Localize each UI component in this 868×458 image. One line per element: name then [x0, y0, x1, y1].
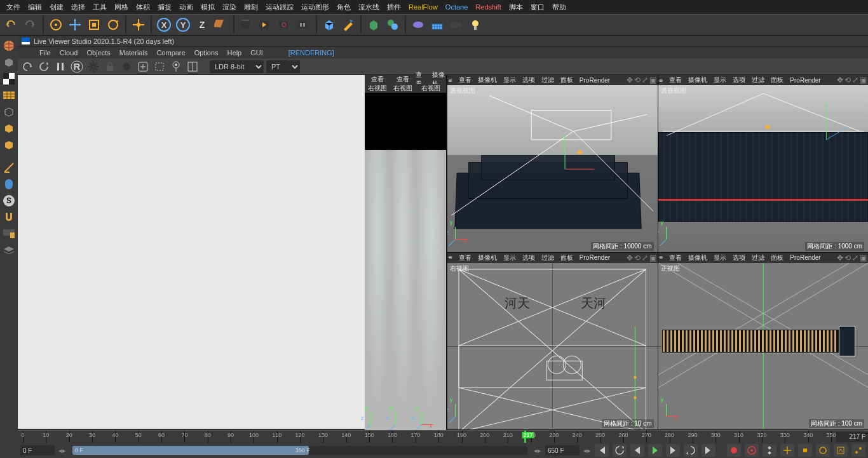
subdivision-button[interactable] — [365, 16, 383, 34]
vp-menu-view[interactable]: 查看 — [459, 76, 471, 84]
layers-icon[interactable] — [1, 243, 17, 258]
region-icon[interactable] — [153, 60, 166, 74]
pause-icon[interactable] — [53, 60, 67, 74]
cube-icon[interactable] — [1, 55, 17, 70]
menu-plugins[interactable]: 插件 — [383, 3, 405, 12]
cloner-button[interactable] — [384, 16, 402, 34]
prev-frame-button[interactable] — [630, 444, 644, 457]
menu-character[interactable]: 角色 — [333, 3, 355, 12]
vp-menu-filter[interactable]: 过滤 — [541, 76, 554, 84]
coord-sys-button[interactable] — [212, 16, 230, 34]
vp-m[interactable]: 查看 — [669, 76, 682, 84]
vp-m[interactable]: 面板 — [560, 253, 573, 262]
vp-nav-icon[interactable]: ✥ — [627, 253, 633, 262]
light-button[interactable] — [466, 16, 484, 34]
loop-back-button[interactable] — [613, 444, 627, 457]
end-frame-input[interactable]: 650 F — [545, 445, 580, 455]
vp-m[interactable]: ProRender — [790, 254, 820, 261]
vp-nav-icon[interactable]: ✥ — [627, 76, 633, 84]
keyset-button[interactable] — [763, 444, 776, 457]
bend-button[interactable] — [409, 16, 427, 34]
move-tool[interactable] — [66, 16, 84, 34]
render-pv-button[interactable] — [238, 16, 255, 34]
menu-file[interactable]: 文件 — [3, 3, 24, 12]
undo-button[interactable] — [3, 16, 20, 34]
viewport-top-right[interactable]: ≡ 查看 摄像机 显示 选项 过滤 面板 ProRender ✥⟲⤢▣ 透视视图 — [658, 75, 869, 253]
reset-icon[interactable]: R — [70, 60, 84, 74]
menu-pipeline[interactable]: 流水线 — [355, 3, 383, 12]
vp-btn[interactable]: ≡ — [660, 77, 663, 84]
submenu-options[interactable]: Options — [194, 49, 219, 57]
vp-nav-icon[interactable]: ▣ — [649, 253, 656, 262]
menu-snap[interactable]: 捕捉 — [154, 3, 175, 12]
pen-tool-button[interactable] — [339, 16, 357, 34]
thumb-col-1[interactable]: 查看 右视图 yz — [365, 75, 390, 430]
autokey-button[interactable] — [745, 444, 759, 457]
render-settings-button[interactable] — [276, 16, 294, 34]
menu-sculpt[interactable]: 雕刻 — [240, 3, 262, 12]
vp-nav-icon[interactable]: ✥ — [837, 76, 843, 84]
menu-edit[interactable]: 编辑 — [24, 3, 46, 12]
scale-key-button[interactable] — [798, 444, 812, 457]
vp-m[interactable]: 选项 — [733, 76, 745, 84]
vp-m[interactable]: 查看 — [669, 253, 682, 262]
goto-end-button[interactable] — [702, 444, 715, 457]
vp-menu-panel[interactable]: 面板 — [560, 76, 573, 84]
menu-window[interactable]: 窗口 — [527, 3, 548, 12]
rot-key-button[interactable] — [816, 444, 830, 457]
gear-icon[interactable] — [86, 60, 100, 74]
submenu-objects[interactable]: Objects — [86, 49, 110, 57]
pla-key-button[interactable] — [851, 444, 865, 457]
vp-m[interactable]: 过滤 — [752, 76, 764, 84]
menu-select[interactable]: 选择 — [67, 3, 89, 12]
vp-m[interactable]: 摄像机 — [688, 76, 707, 84]
mouse-icon[interactable] — [1, 177, 17, 192]
record-button[interactable] — [727, 444, 741, 457]
vp-m[interactable]: 显示 — [714, 253, 726, 262]
z-axis-button[interactable]: Z — [193, 16, 211, 34]
solid-cube-icon[interactable] — [1, 121, 17, 136]
redo-button[interactable] — [22, 16, 39, 34]
thumb-col-3[interactable]: 查看 摄像机 右视图 yxz — [416, 75, 446, 430]
vp-nav-icon[interactable]: ▣ — [649, 76, 656, 84]
timeline[interactable]: 0102030405060708090100110120130140150160… — [18, 430, 868, 443]
back-icon[interactable] — [20, 60, 34, 74]
submenu-cloud[interactable]: Cloud — [60, 49, 78, 57]
menu-mograph[interactable]: 运动图形 — [297, 3, 333, 12]
scale-tool[interactable] — [85, 16, 103, 34]
vp-m[interactable]: ProRender — [580, 254, 610, 261]
engine-select[interactable]: PT — [266, 60, 300, 73]
y-axis-button[interactable]: Y — [174, 16, 192, 34]
select-tool[interactable] — [47, 16, 65, 34]
viewport-top-left[interactable]: ≡ 查看 摄像机 显示 选项 过滤 面板 ProRender ✥⟲⤢▣ 透视视图 — [447, 75, 658, 253]
vp-m[interactable]: 过滤 — [752, 253, 764, 262]
render-queue-button[interactable] — [295, 16, 313, 34]
viewport-bottom-right[interactable]: ≡ 查看 摄像机 显示 选项 过滤 面板 ProRender ✥⟲⤢▣ 正视图 — [658, 253, 869, 431]
vp-menu-pro[interactable]: ProRender — [580, 77, 610, 84]
vp-m[interactable]: 显示 — [503, 253, 516, 262]
menu-realflow[interactable]: RealFlow — [405, 3, 442, 11]
menu-create[interactable]: 创建 — [46, 3, 67, 12]
vp-nav-icon[interactable]: ⤢ — [642, 76, 648, 84]
thumb-menu-view2[interactable]: 查看 — [397, 75, 409, 84]
range-slider[interactable]: 0 F 350 F — [72, 446, 527, 455]
menu-help[interactable]: 帮助 — [548, 3, 570, 12]
vp-m[interactable]: 面板 — [771, 76, 783, 84]
start-frame-input[interactable]: 0 F — [20, 445, 55, 455]
menu-render[interactable]: 渲染 — [219, 3, 240, 12]
circle-icon[interactable] — [119, 60, 133, 74]
menu-script[interactable]: 脚本 — [505, 3, 527, 12]
move-key-button[interactable] — [780, 444, 794, 457]
vp-menu-disp[interactable]: 显示 — [503, 76, 516, 84]
vp-m[interactable]: ProRender — [790, 77, 820, 84]
submenu-file[interactable]: File — [39, 49, 51, 57]
menu-mtrack[interactable]: 运动跟踪 — [262, 3, 297, 12]
vp-btn[interactable]: ≡ — [449, 77, 452, 84]
rotate-tool[interactable] — [104, 16, 122, 34]
vp-m[interactable]: 选项 — [733, 253, 745, 262]
last-tool[interactable] — [130, 16, 147, 34]
vp-m[interactable]: 过滤 — [541, 253, 554, 262]
snap-s-icon[interactable]: S — [1, 193, 17, 208]
vp-m[interactable]: 选项 — [522, 253, 535, 262]
vp-nav-icon[interactable]: ⟲ — [634, 253, 641, 262]
